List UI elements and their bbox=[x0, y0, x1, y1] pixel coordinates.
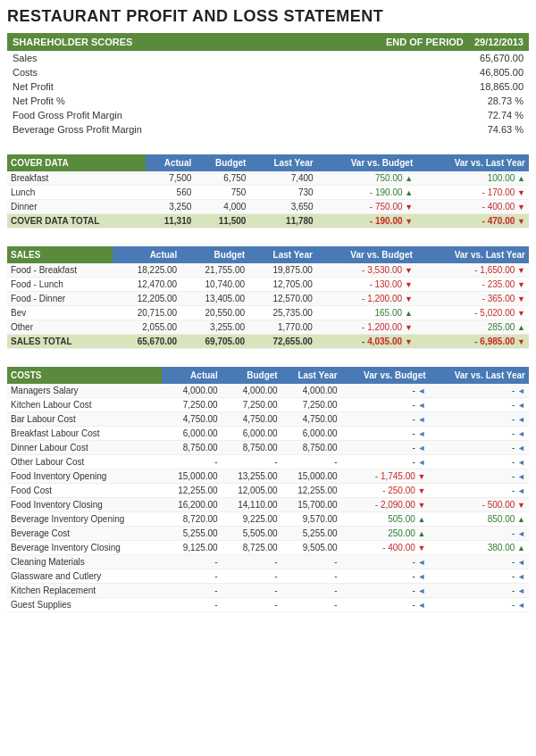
arrow-down-icon: ▼ bbox=[517, 295, 525, 303]
actual-value: - bbox=[162, 584, 222, 598]
budget-value: 6,000.00 bbox=[222, 427, 281, 441]
last-year-value: 12,705.00 bbox=[248, 278, 316, 292]
var-last-value: - ◄ bbox=[430, 384, 529, 398]
arrow-left-icon: ◄ bbox=[517, 429, 525, 438]
last-year-value: 19,875.00 bbox=[248, 263, 316, 278]
table-row: Bev 20,715.00 20,550.00 25,735.00 165.00… bbox=[7, 306, 529, 320]
var-last-value: - ◄ bbox=[430, 427, 529, 441]
shareholder-row-value: 74.63 % bbox=[457, 122, 529, 137]
var-budget-value: 750.00 ▲ bbox=[317, 171, 417, 186]
budget-value: 13,405.00 bbox=[180, 292, 248, 306]
budget-value: - bbox=[222, 455, 281, 469]
table-row: Lunch 560 750 730 - 190.00 ▲ - 170.00 ▼ bbox=[7, 186, 529, 200]
total-actual: 65,670.00 bbox=[113, 335, 180, 349]
budget-value: 9,225.00 bbox=[222, 512, 281, 527]
arrow-up-icon: ▲ bbox=[405, 174, 413, 183]
last-year-value: 15,700.00 bbox=[281, 498, 341, 512]
arrow-down-icon: ▼ bbox=[405, 337, 413, 346]
total-last-year: 72,655.00 bbox=[248, 335, 316, 349]
table-row: Food Inventory Opening 15,000.00 13,255.… bbox=[7, 469, 529, 484]
table-row: Food Inventory Closing 16,200.00 14,110.… bbox=[7, 498, 529, 512]
budget-value: 5,505.00 bbox=[222, 527, 281, 541]
arrow-down-icon: ▼ bbox=[517, 203, 525, 212]
total-budget: 11,500 bbox=[195, 214, 249, 228]
arrow-up-icon: ▲ bbox=[418, 515, 426, 524]
table-row: Kitchen Replacement - - - - ◄ - ◄ bbox=[7, 584, 529, 598]
arrow-up-icon: ▲ bbox=[517, 174, 525, 183]
table-row: Managers Salary 4,000.00 4,000.00 4,000.… bbox=[7, 384, 529, 398]
budget-value: 13,255.00 bbox=[222, 469, 281, 484]
arrow-left-icon: ◄ bbox=[517, 558, 525, 567]
arrow-left-icon: ◄ bbox=[517, 386, 525, 395]
total-actual: 11,310 bbox=[146, 214, 196, 228]
budget-value: 4,750.00 bbox=[222, 412, 281, 427]
table-row: Food Cost 12,255.00 12,005.00 12,255.00 … bbox=[7, 484, 529, 498]
arrow-down-icon: ▼ bbox=[405, 323, 413, 332]
arrow-left-icon: ◄ bbox=[418, 386, 426, 395]
last-year-value: 5,255.00 bbox=[281, 527, 341, 541]
section-header-cell: SALES bbox=[7, 246, 113, 263]
arrow-up-icon: ▲ bbox=[517, 515, 525, 524]
var-last-value: 100.00 ▲ bbox=[416, 171, 529, 186]
budget-value: 4,000.00 bbox=[222, 384, 281, 398]
arrow-left-icon: ◄ bbox=[517, 601, 525, 610]
arrow-left-icon: ◄ bbox=[517, 586, 525, 595]
shareholder-row-value: 18,865.00 bbox=[457, 79, 529, 94]
last-year-value: 730 bbox=[249, 186, 316, 200]
table-row: Food - Lunch 12,470.00 10,740.00 12,705.… bbox=[7, 278, 529, 292]
budget-value: 20,550.00 bbox=[180, 306, 248, 320]
var-last-value: - ◄ bbox=[430, 598, 529, 612]
last-year-value: 1,770.00 bbox=[248, 320, 316, 335]
arrow-down-icon: ▼ bbox=[517, 501, 525, 510]
budget-value: 14,110.00 bbox=[222, 498, 281, 512]
actual-value: 2,055.00 bbox=[113, 320, 180, 335]
table-row: Beverage Inventory Opening 8,720.00 9,22… bbox=[7, 512, 529, 527]
arrow-left-icon: ◄ bbox=[418, 429, 426, 438]
row-label: Beverage Cost bbox=[7, 527, 162, 541]
arrow-left-icon: ◄ bbox=[418, 444, 426, 453]
row-label: Food Inventory Closing bbox=[7, 498, 162, 512]
total-row: SALES TOTAL 65,670.00 69,705.00 72,655.0… bbox=[7, 335, 529, 349]
arrow-down-icon: ▼ bbox=[405, 203, 413, 212]
arrow-left-icon: ◄ bbox=[418, 586, 426, 595]
var-last-value: - 1,650.00 ▼ bbox=[416, 263, 529, 278]
last-year-value: 7,400 bbox=[249, 171, 316, 186]
period-info: END OF PERIOD 29/12/2013 bbox=[386, 37, 523, 47]
table-row: Guest Supplies - - - - ◄ - ◄ bbox=[7, 598, 529, 612]
arrow-left-icon: ◄ bbox=[418, 601, 426, 610]
budget-value: 7,250.00 bbox=[222, 398, 281, 412]
table-row: Dinner 3,250 4,000 3,650 - 750.00 ▼ - 40… bbox=[7, 200, 529, 214]
arrow-up-icon: ▲ bbox=[405, 309, 413, 318]
arrow-down-icon: ▼ bbox=[418, 501, 426, 510]
row-label: Glassware and Cutlery bbox=[7, 569, 162, 584]
arrow-left-icon: ◄ bbox=[517, 444, 525, 453]
actual-value: 12,255.00 bbox=[162, 484, 222, 498]
sales-table: SALES Actual Budget Last Year Var vs. Bu… bbox=[7, 246, 529, 349]
var-budget-value: - ◄ bbox=[341, 455, 430, 469]
actual-value: 12,470.00 bbox=[113, 278, 180, 292]
arrow-down-icon: ▼ bbox=[405, 217, 413, 226]
row-label: Bar Labour Cost bbox=[7, 412, 162, 427]
last-year-value: 4,750.00 bbox=[281, 412, 341, 427]
actual-value: 15,000.00 bbox=[162, 469, 222, 484]
var-last-value: - 365.00 ▼ bbox=[416, 292, 529, 306]
arrow-down-icon: ▼ bbox=[517, 337, 525, 346]
arrow-down-icon: ▼ bbox=[405, 280, 413, 289]
actual-value: 20,715.00 bbox=[113, 306, 180, 320]
row-label: Managers Salary bbox=[7, 384, 162, 398]
row-label: Lunch bbox=[7, 186, 146, 200]
shareholder-row-label: Beverage Gross Profit Margin bbox=[7, 122, 243, 137]
total-last-year: 11,780 bbox=[249, 214, 316, 228]
row-label: Cleaning Materials bbox=[7, 555, 162, 569]
shareholder-row-value: 72.74 % bbox=[457, 108, 529, 122]
var-budget-value: - ◄ bbox=[341, 427, 430, 441]
actual-value: 16,200.00 bbox=[162, 498, 222, 512]
arrow-down-icon: ▼ bbox=[517, 266, 525, 275]
table-row: Kitchen Labour Cost 7,250.00 7,250.00 7,… bbox=[7, 398, 529, 412]
row-label: Dinner bbox=[7, 200, 146, 214]
last-year-value: 25,735.00 bbox=[248, 306, 316, 320]
budget-value: 10,740.00 bbox=[180, 278, 248, 292]
budget-value: 6,750 bbox=[195, 171, 249, 186]
last-year-value: 7,250.00 bbox=[281, 398, 341, 412]
var-budget-value: - ◄ bbox=[341, 555, 430, 569]
